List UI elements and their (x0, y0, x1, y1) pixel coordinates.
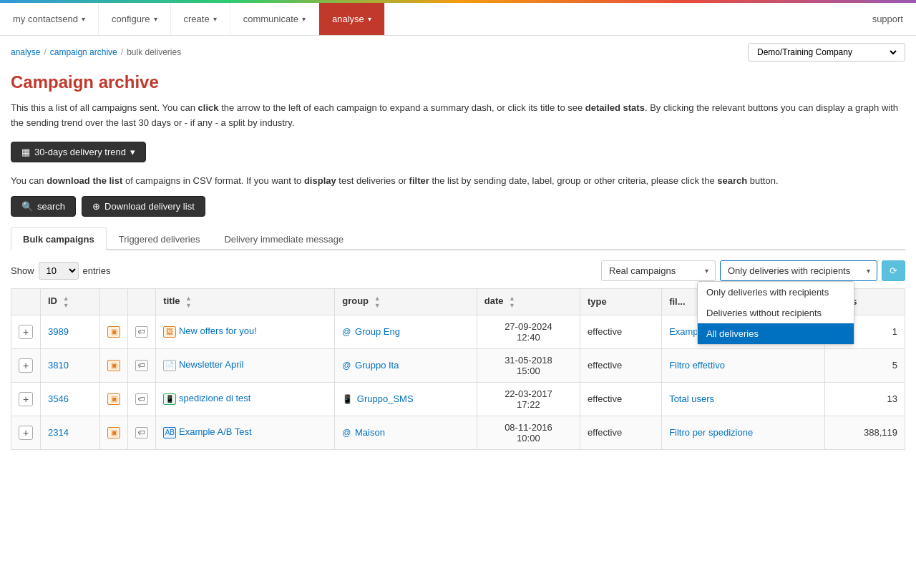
nav-analyse[interactable]: analyse ▾ (319, 3, 385, 35)
nav-communicate[interactable]: communicate ▾ (230, 3, 319, 35)
at-icon: @ (342, 361, 351, 371)
nav-support[interactable]: support (859, 3, 916, 35)
title-type-icon: AB (163, 427, 176, 438)
title-type-icon: 📄 (163, 360, 176, 371)
col-title[interactable]: title ▲▼ (156, 288, 335, 315)
delivery-filter-wrap: Only deliveries with recipients Deliveri… (720, 260, 877, 281)
date-cell: 22-03-201717:22 (477, 382, 580, 416)
date-cell: 08-11-201610:00 (477, 416, 580, 449)
breadcrumb-campaign-archive[interactable]: campaign archive (50, 47, 117, 57)
tag-icon: 🏷 (135, 427, 148, 438)
trend-icon: ▦ (21, 147, 30, 157)
title-link[interactable]: Newsletter April (179, 359, 243, 370)
nav-configure[interactable]: configure ▾ (99, 3, 170, 35)
at-icon: @ (342, 327, 351, 337)
breadcrumb-analyse[interactable]: analyse (11, 47, 40, 57)
id-cell: 3810 (41, 348, 100, 382)
id-link[interactable]: 2314 (48, 427, 69, 438)
icon-cell-1: ▣ (100, 348, 128, 382)
filter-link[interactable]: Filtro per spedizione (669, 427, 753, 438)
group-link[interactable]: Group Eng (355, 326, 400, 337)
page-title: Campaign archive (11, 72, 905, 92)
company-select[interactable]: Demo/Training Company (754, 46, 899, 58)
trend-caret: ▾ (130, 147, 135, 157)
tab-triggered-deliveries[interactable]: Triggered deliveries (107, 227, 213, 250)
id-link[interactable]: 3810 (48, 360, 69, 371)
table-row: + 2314 ▣ 🏷 AB Example A/B Test @ Maison (11, 416, 905, 449)
delivery-filter-select[interactable]: Only deliveries with recipients Deliveri… (720, 260, 877, 281)
dd-item-only-with[interactable]: Only deliveries with recipients (698, 282, 854, 303)
breadcrumb-sep-2: / (121, 47, 123, 57)
group-link[interactable]: Gruppo Ita (355, 360, 399, 371)
group-cell: 📱 Gruppo_SMS (335, 382, 477, 416)
users-cell: 13 (824, 382, 905, 416)
description-2: You can download the list of campaigns i… (11, 173, 905, 189)
tag-icon: 🏷 (135, 326, 148, 338)
icon-cell-2: 🏷 (128, 382, 156, 416)
download-button[interactable]: ⊕ Download delivery list (82, 196, 205, 217)
users-cell: 388,119 (824, 416, 905, 449)
group-link[interactable]: Maison (355, 427, 385, 438)
filter-link[interactable]: Filtro effettivo (669, 360, 725, 371)
nav-create[interactable]: create ▾ (171, 3, 230, 35)
col-type[interactable]: type (580, 288, 662, 315)
nav-configure-caret: ▾ (154, 15, 157, 23)
company-select-wrap[interactable]: Demo/Training Company (748, 43, 905, 62)
expand-btn[interactable]: + (19, 358, 33, 373)
title-link[interactable]: Example A/B Test (179, 426, 252, 437)
filter-link[interactable]: Total users (669, 393, 714, 404)
dd-item-without[interactable]: Deliveries without recipients (698, 303, 854, 323)
expand-cell: + (11, 348, 41, 382)
filter-cell: Total users (662, 382, 825, 416)
expand-cell: + (11, 416, 41, 449)
at-icon: @ (342, 428, 351, 438)
col-icon2 (128, 288, 156, 315)
id-link[interactable]: 3546 (48, 393, 69, 404)
entries-select[interactable]: 10 25 50 100 (39, 262, 79, 280)
show-entries-row: Show 10 25 50 100 entries Real campaigns… (11, 260, 905, 281)
col-group[interactable]: group ▲▼ (335, 288, 477, 315)
preview-icon: ▣ (107, 393, 120, 405)
trend-button[interactable]: ▦ 30-days delivery trend ▾ (11, 142, 146, 162)
nav-my-contactsend[interactable]: my contactsend ▾ (0, 3, 99, 35)
tab-bulk-campaigns[interactable]: Bulk campaigns (11, 227, 107, 250)
icon-cell-2: 🏷 (128, 315, 156, 348)
title-link[interactable]: New offers for you! (179, 325, 257, 336)
icon-cell-1: ▣ (100, 382, 128, 416)
table-row: + 3546 ▣ 🏷 📱 spedizione di test 📱 Gru (11, 382, 905, 416)
campaign-filter-select[interactable]: Real campaigns Test campaigns All campai… (601, 260, 716, 281)
col-date[interactable]: date ▲▼ (477, 288, 580, 315)
expand-btn[interactable]: + (19, 426, 33, 440)
search-icon: 🔍 (21, 201, 33, 212)
search-button[interactable]: 🔍 search (11, 196, 76, 217)
breadcrumb-sep-1: / (44, 47, 46, 57)
icon-cell-1: ▣ (100, 416, 128, 449)
col-id[interactable]: ID ▲▼ (41, 288, 100, 315)
preview-icon: ▣ (107, 326, 120, 338)
dd-item-all[interactable]: All deliveries (698, 323, 854, 344)
id-cell: 2314 (41, 416, 100, 449)
expand-btn[interactable]: + (19, 392, 33, 406)
title-type-icon: 🖼 (163, 326, 176, 338)
id-link[interactable]: 3989 (48, 326, 69, 337)
group-link[interactable]: Gruppo_SMS (357, 393, 414, 404)
refresh-icon: ⟳ (890, 265, 897, 276)
expand-btn[interactable]: + (19, 325, 33, 339)
show-right: Real campaigns Test campaigns All campai… (601, 260, 905, 281)
download-icon: ⊕ (92, 201, 100, 212)
tabs-bar: Bulk campaigns Triggered deliveries Deli… (11, 227, 905, 250)
preview-icon: ▣ (107, 427, 120, 438)
tag-icon: 🏷 (135, 360, 148, 371)
tab-delivery-immediate[interactable]: Delivery immediate message (212, 227, 356, 250)
refresh-button[interactable]: ⟳ (882, 260, 905, 281)
top-nav: my contactsend ▾ configure ▾ create ▾ co… (0, 3, 916, 36)
icon-cell-1: ▣ (100, 315, 128, 348)
preview-icon: ▣ (107, 360, 120, 371)
entries-label: entries (83, 265, 111, 276)
title-link[interactable]: spedizione di test (179, 393, 250, 403)
table-row: + 3810 ▣ 🏷 📄 Newsletter April @ Gruppo (11, 348, 905, 382)
type-cell: effective (580, 382, 662, 416)
filter-cell: Filtro per spedizione (662, 416, 825, 449)
type-cell: effective (580, 348, 662, 382)
description-1: This this a list of all campaigns sent. … (11, 101, 905, 131)
